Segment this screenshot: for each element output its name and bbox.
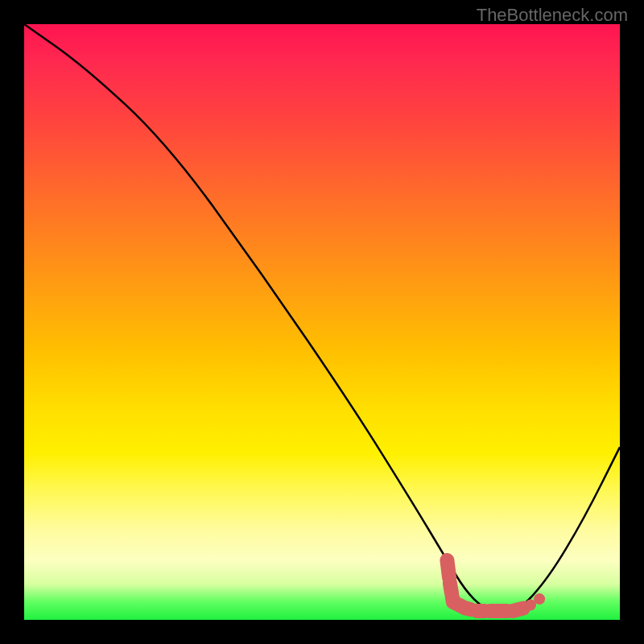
watermark-text: TheBottleneck.com bbox=[477, 5, 628, 26]
optimal-zone-stroke bbox=[447, 560, 524, 611]
bottleneck-curve-line bbox=[24, 24, 620, 613]
chart-svg bbox=[24, 24, 620, 620]
optimal-zone-dot bbox=[534, 593, 545, 605]
